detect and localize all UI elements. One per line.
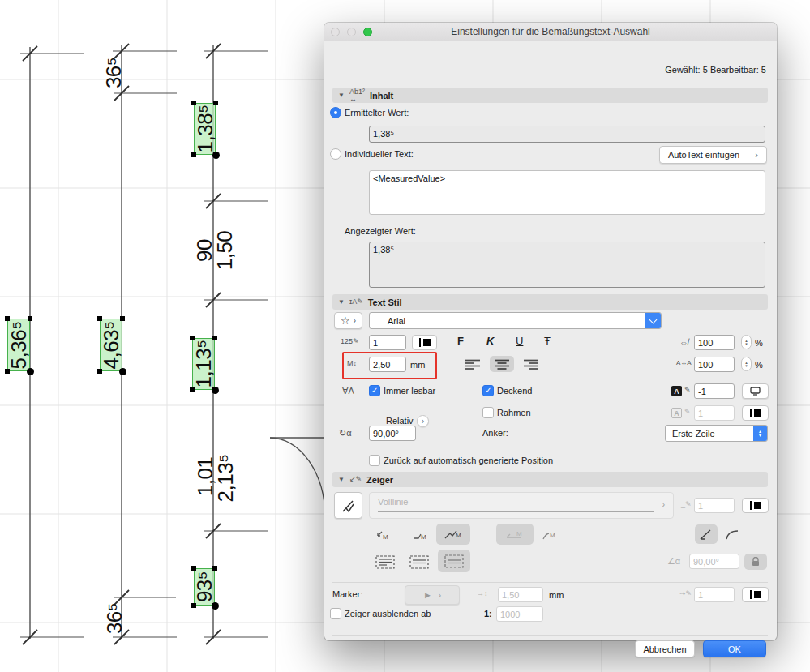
italic-button[interactable]: K bbox=[486, 335, 494, 347]
marker-pen-color-button[interactable] bbox=[742, 587, 769, 602]
selection-handle[interactable] bbox=[5, 369, 10, 374]
width-stepper[interactable]: ▴▾ bbox=[741, 335, 752, 349]
autotext-insert-button[interactable]: AutoText einfügen › bbox=[659, 146, 767, 164]
selection-anchor[interactable] bbox=[212, 602, 219, 610]
hide-leader-label: Zeiger ausblenden ab bbox=[345, 609, 431, 618]
leader-segment-curve-button[interactable] bbox=[721, 524, 744, 544]
spacing-stepper[interactable]: ▴▾ bbox=[741, 357, 752, 371]
section-title: Zeiger bbox=[366, 475, 393, 485]
leader-toggle-button[interactable] bbox=[334, 492, 362, 519]
selection-handle[interactable] bbox=[190, 387, 195, 392]
leader-style-3-button[interactable]: M bbox=[436, 524, 470, 545]
underline-button[interactable]: U bbox=[516, 335, 523, 347]
marker-pen-field[interactable]: 1 bbox=[694, 587, 735, 602]
section-header-zeiger[interactable]: ▼ ↙✎ Zeiger bbox=[332, 472, 768, 487]
background-pen-field[interactable]: -1 bbox=[694, 383, 735, 399]
display-icon bbox=[750, 387, 761, 396]
text-pen-color-button[interactable] bbox=[412, 335, 437, 350]
custom-text-radio[interactable] bbox=[330, 148, 341, 160]
selection-handle[interactable] bbox=[212, 566, 217, 571]
selection-handle[interactable] bbox=[213, 101, 218, 105]
selection-handle[interactable] bbox=[190, 336, 195, 340]
favorites-button[interactable]: ☆ › bbox=[334, 312, 362, 329]
dropdown-stepper-button[interactable]: ▴▾ bbox=[753, 426, 767, 441]
selection-anchor[interactable] bbox=[212, 387, 219, 394]
measured-value-radio[interactable] bbox=[330, 107, 341, 118]
text-pen-field[interactable]: 1 bbox=[369, 335, 406, 350]
selection-handle[interactable] bbox=[28, 316, 32, 321]
ok-button[interactable]: OK bbox=[703, 640, 766, 657]
section-header-textstil[interactable]: ▼ ɪA✎ Text Stil bbox=[332, 294, 768, 310]
cancel-button[interactable]: Abbrechen bbox=[635, 640, 695, 657]
scale-field[interactable]: 1000 bbox=[496, 606, 543, 622]
selection-handle[interactable] bbox=[191, 152, 196, 157]
disclosure-triangle-icon[interactable]: ▼ bbox=[338, 92, 345, 99]
selection-handle[interactable] bbox=[120, 316, 125, 321]
selection-handle[interactable] bbox=[97, 369, 102, 374]
selected-dimension-text[interactable]: 93⁵ bbox=[194, 568, 215, 606]
leader-style-5-button[interactable]: M bbox=[537, 526, 561, 544]
text-angle-field[interactable]: 90,00° bbox=[369, 426, 416, 441]
relative-options-button[interactable]: › bbox=[417, 415, 429, 427]
align-right-button[interactable] bbox=[519, 356, 543, 372]
opaque-checkbox[interactable] bbox=[482, 385, 494, 396]
dropdown-button[interactable] bbox=[645, 313, 661, 328]
dimension-value: 4,63⁵ bbox=[99, 321, 124, 369]
reset-position-checkbox[interactable] bbox=[369, 455, 380, 466]
angle-lock-button[interactable] bbox=[744, 554, 767, 570]
selection-anchor[interactable] bbox=[119, 368, 126, 375]
align-left-button[interactable] bbox=[461, 356, 485, 372]
align-center-button[interactable] bbox=[490, 356, 514, 372]
selection-anchor[interactable] bbox=[212, 152, 220, 159]
selection-handle[interactable] bbox=[97, 316, 102, 321]
anchor-select[interactable]: Erste Zeile ▴▾ bbox=[665, 425, 768, 442]
dimension-text[interactable]: 36⁵ bbox=[102, 603, 127, 634]
title-bar[interactable]: Einstellungen für die Bemaßungstext-Ausw… bbox=[324, 23, 777, 41]
leader-style-2-button[interactable]: M bbox=[409, 526, 433, 544]
selected-dimension-text[interactable]: 1,13⁵ bbox=[192, 338, 215, 390]
leader-style-1-button[interactable]: M bbox=[371, 526, 396, 544]
leader-pen-field[interactable]: 1 bbox=[694, 498, 735, 513]
section-title: Text Stil bbox=[368, 297, 402, 307]
frame-pen-field[interactable]: 1 bbox=[694, 405, 735, 421]
section-header-inhalt[interactable]: ▼ Ab1²↔ Inhalt bbox=[332, 88, 768, 103]
text-position-2-button[interactable] bbox=[407, 552, 431, 571]
disclosure-triangle-icon[interactable]: ▼ bbox=[338, 476, 345, 483]
text-position-3-button[interactable] bbox=[438, 550, 470, 572]
marker-type-button[interactable]: ► › bbox=[405, 585, 460, 605]
dimension-value: 1,13⁵ bbox=[191, 340, 216, 388]
character-spacing-field[interactable]: 100 bbox=[694, 357, 735, 372]
leader-style-4-button[interactable]: M bbox=[496, 524, 534, 545]
leader-pen-color-button[interactable] bbox=[742, 498, 769, 513]
dimension-text[interactable]: 1,50 bbox=[212, 231, 238, 271]
selection-handle[interactable] bbox=[191, 101, 196, 105]
leader-angle-field[interactable]: 90,00° bbox=[689, 554, 739, 569]
selection-anchor[interactable] bbox=[27, 368, 34, 375]
screen-only-button[interactable] bbox=[742, 383, 769, 399]
selection-handle[interactable] bbox=[5, 316, 10, 321]
strikethrough-button[interactable]: Ŧ bbox=[544, 335, 551, 347]
selected-dimension-text[interactable]: 5,36⁵ bbox=[7, 319, 30, 371]
custom-text-area[interactable]: <MeasuredValue> bbox=[369, 170, 765, 215]
hide-leader-checkbox[interactable] bbox=[330, 608, 341, 619]
selection-handle[interactable] bbox=[191, 603, 196, 608]
leader-linetype-select[interactable]: Volllinie › bbox=[369, 492, 674, 519]
marker-offset-field[interactable]: 1,50 bbox=[498, 587, 543, 602]
font-select[interactable]: Arial bbox=[369, 312, 662, 329]
selection-handle[interactable] bbox=[191, 566, 196, 571]
selected-dimension-text[interactable]: 1,38⁵ bbox=[194, 103, 216, 155]
text-position-1-button[interactable] bbox=[373, 552, 397, 571]
frame-pen-color-button[interactable] bbox=[742, 405, 769, 421]
selected-dimension-text[interactable]: 4,63⁵ bbox=[100, 319, 122, 371]
leader-segment-line-button[interactable] bbox=[695, 524, 718, 544]
measured-value-field[interactable]: 1,38⁵ bbox=[369, 126, 765, 143]
always-readable-checkbox[interactable] bbox=[369, 385, 380, 396]
dimension-text[interactable]: 36⁵ bbox=[101, 58, 126, 88]
character-width-field[interactable]: 100 bbox=[694, 335, 735, 350]
dimension-text[interactable]: 2,13⁵ bbox=[213, 455, 238, 503]
selection-handle[interactable] bbox=[212, 336, 217, 340]
frame-checkbox[interactable] bbox=[482, 407, 494, 418]
pen-bar-icon bbox=[750, 590, 752, 599]
bold-button[interactable]: F bbox=[457, 335, 464, 347]
disclosure-triangle-icon[interactable]: ▼ bbox=[338, 298, 345, 306]
